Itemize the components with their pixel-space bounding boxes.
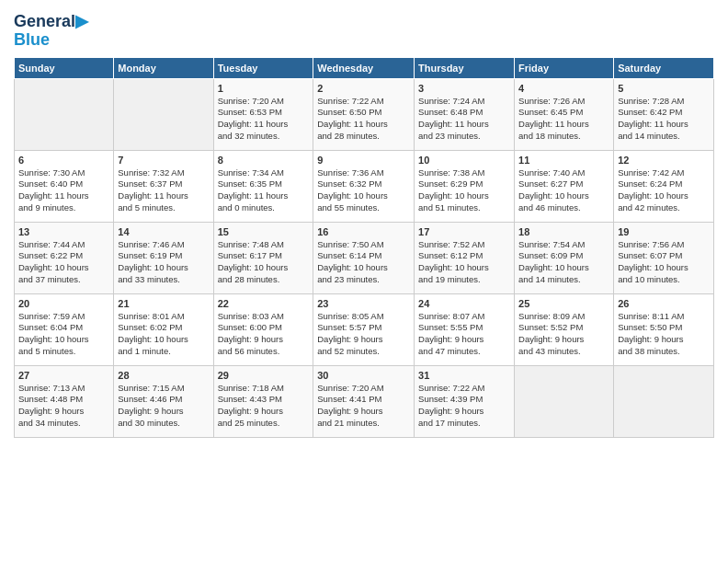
day-number: 16 <box>317 226 410 237</box>
day-number: 17 <box>418 226 510 237</box>
logo: General▶ Blue <box>14 13 88 50</box>
day-number: 19 <box>618 226 710 237</box>
day-number: 12 <box>618 155 710 166</box>
day-number: 18 <box>518 226 609 237</box>
day-number: 11 <box>518 155 609 166</box>
calendar-cell: 13Sunrise: 7:44 AM Sunset: 6:22 PM Dayli… <box>15 222 114 293</box>
day-number: 9 <box>317 155 410 166</box>
calendar-body: 1Sunrise: 7:20 AM Sunset: 6:53 PM Daylig… <box>15 78 714 437</box>
calendar-table: SundayMondayTuesdayWednesdayThursdayFrid… <box>14 57 714 438</box>
weekday-header: Tuesday <box>213 57 313 78</box>
weekday-header: Monday <box>114 57 213 78</box>
calendar-cell: 25Sunrise: 8:09 AM Sunset: 5:52 PM Dayli… <box>515 293 614 365</box>
weekday-header: Wednesday <box>313 57 415 78</box>
day-info: Sunrise: 8:09 AM Sunset: 5:52 PM Dayligh… <box>518 311 609 358</box>
calendar-cell: 21Sunrise: 8:01 AM Sunset: 6:02 PM Dayli… <box>114 293 213 365</box>
calendar-week-row: 1Sunrise: 7:20 AM Sunset: 6:53 PM Daylig… <box>15 78 714 150</box>
calendar-week-row: 27Sunrise: 7:13 AM Sunset: 4:48 PM Dayli… <box>15 365 714 437</box>
weekday-header: Friday <box>515 57 614 78</box>
day-info: Sunrise: 7:40 AM Sunset: 6:27 PM Dayligh… <box>518 167 609 214</box>
calendar-cell: 3Sunrise: 7:24 AM Sunset: 6:48 PM Daylig… <box>415 78 515 150</box>
day-info: Sunrise: 7:15 AM Sunset: 4:46 PM Dayligh… <box>118 383 209 430</box>
calendar-cell: 11Sunrise: 7:40 AM Sunset: 6:27 PM Dayli… <box>515 150 614 222</box>
day-info: Sunrise: 8:07 AM Sunset: 5:55 PM Dayligh… <box>418 311 510 358</box>
day-number: 10 <box>418 155 510 166</box>
calendar-cell: 19Sunrise: 7:56 AM Sunset: 6:07 PM Dayli… <box>614 222 714 293</box>
day-number: 20 <box>18 298 109 309</box>
day-number: 26 <box>618 298 710 309</box>
calendar-cell: 1Sunrise: 7:20 AM Sunset: 6:53 PM Daylig… <box>213 78 313 150</box>
calendar-cell: 23Sunrise: 8:05 AM Sunset: 5:57 PM Dayli… <box>313 293 415 365</box>
weekday-header: Thursday <box>415 57 515 78</box>
day-number: 2 <box>317 83 410 94</box>
calendar-cell: 20Sunrise: 7:59 AM Sunset: 6:04 PM Dayli… <box>15 293 114 365</box>
day-number: 1 <box>218 83 310 94</box>
calendar-cell: 16Sunrise: 7:50 AM Sunset: 6:14 PM Dayli… <box>313 222 415 293</box>
day-info: Sunrise: 7:38 AM Sunset: 6:29 PM Dayligh… <box>418 167 510 214</box>
day-number: 8 <box>218 155 310 166</box>
day-info: Sunrise: 7:22 AM Sunset: 6:50 PM Dayligh… <box>317 96 410 143</box>
day-info: Sunrise: 7:36 AM Sunset: 6:32 PM Dayligh… <box>317 167 410 214</box>
day-info: Sunrise: 7:24 AM Sunset: 6:48 PM Dayligh… <box>418 96 510 143</box>
calendar-cell: 12Sunrise: 7:42 AM Sunset: 6:24 PM Dayli… <box>614 150 714 222</box>
day-number: 29 <box>218 370 310 381</box>
calendar-cell: 30Sunrise: 7:20 AM Sunset: 4:41 PM Dayli… <box>313 365 415 437</box>
day-info: Sunrise: 7:20 AM Sunset: 4:41 PM Dayligh… <box>317 383 410 430</box>
calendar-cell: 2Sunrise: 7:22 AM Sunset: 6:50 PM Daylig… <box>313 78 415 150</box>
day-info: Sunrise: 8:03 AM Sunset: 6:00 PM Dayligh… <box>218 311 310 358</box>
calendar-cell: 9Sunrise: 7:36 AM Sunset: 6:32 PM Daylig… <box>313 150 415 222</box>
calendar-cell <box>15 78 114 150</box>
calendar-cell <box>114 78 213 150</box>
day-info: Sunrise: 8:01 AM Sunset: 6:02 PM Dayligh… <box>118 311 209 358</box>
calendar-cell: 14Sunrise: 7:46 AM Sunset: 6:19 PM Dayli… <box>114 222 213 293</box>
calendar-cell: 7Sunrise: 7:32 AM Sunset: 6:37 PM Daylig… <box>114 150 213 222</box>
calendar-cell <box>515 365 614 437</box>
day-info: Sunrise: 7:59 AM Sunset: 6:04 PM Dayligh… <box>18 311 109 358</box>
calendar-cell: 29Sunrise: 7:18 AM Sunset: 4:43 PM Dayli… <box>213 365 313 437</box>
calendar-cell: 31Sunrise: 7:22 AM Sunset: 4:39 PM Dayli… <box>415 365 515 437</box>
calendar-week-row: 6Sunrise: 7:30 AM Sunset: 6:40 PM Daylig… <box>15 150 714 222</box>
calendar-cell <box>614 365 714 437</box>
day-info: Sunrise: 7:46 AM Sunset: 6:19 PM Dayligh… <box>118 239 209 286</box>
logo-text: General▶ <box>14 13 88 31</box>
calendar-cell: 8Sunrise: 7:34 AM Sunset: 6:35 PM Daylig… <box>213 150 313 222</box>
calendar-cell: 10Sunrise: 7:38 AM Sunset: 6:29 PM Dayli… <box>415 150 515 222</box>
calendar-week-row: 13Sunrise: 7:44 AM Sunset: 6:22 PM Dayli… <box>15 222 714 293</box>
day-info: Sunrise: 8:05 AM Sunset: 5:57 PM Dayligh… <box>317 311 410 358</box>
day-number: 4 <box>518 83 609 94</box>
day-info: Sunrise: 7:34 AM Sunset: 6:35 PM Dayligh… <box>218 167 310 214</box>
day-info: Sunrise: 7:22 AM Sunset: 4:39 PM Dayligh… <box>418 383 510 430</box>
calendar-header-row: SundayMondayTuesdayWednesdayThursdayFrid… <box>15 57 714 78</box>
day-number: 5 <box>618 83 710 94</box>
day-info: Sunrise: 7:28 AM Sunset: 6:42 PM Dayligh… <box>618 96 710 143</box>
day-number: 21 <box>118 298 209 309</box>
day-info: Sunrise: 7:44 AM Sunset: 6:22 PM Dayligh… <box>18 239 109 286</box>
day-info: Sunrise: 7:18 AM Sunset: 4:43 PM Dayligh… <box>218 383 310 430</box>
day-number: 31 <box>418 370 510 381</box>
day-number: 3 <box>418 83 510 94</box>
calendar-week-row: 20Sunrise: 7:59 AM Sunset: 6:04 PM Dayli… <box>15 293 714 365</box>
day-number: 23 <box>317 298 410 309</box>
calendar-cell: 28Sunrise: 7:15 AM Sunset: 4:46 PM Dayli… <box>114 365 213 437</box>
day-number: 28 <box>118 370 209 381</box>
calendar-cell: 15Sunrise: 7:48 AM Sunset: 6:17 PM Dayli… <box>213 222 313 293</box>
day-info: Sunrise: 7:48 AM Sunset: 6:17 PM Dayligh… <box>218 239 310 286</box>
day-info: Sunrise: 7:32 AM Sunset: 6:37 PM Dayligh… <box>118 167 209 214</box>
day-number: 25 <box>518 298 609 309</box>
day-number: 14 <box>118 226 209 237</box>
calendar-cell: 6Sunrise: 7:30 AM Sunset: 6:40 PM Daylig… <box>15 150 114 222</box>
calendar-cell: 17Sunrise: 7:52 AM Sunset: 6:12 PM Dayli… <box>415 222 515 293</box>
day-info: Sunrise: 8:11 AM Sunset: 5:50 PM Dayligh… <box>618 311 710 358</box>
calendar-cell: 24Sunrise: 8:07 AM Sunset: 5:55 PM Dayli… <box>415 293 515 365</box>
calendar-cell: 22Sunrise: 8:03 AM Sunset: 6:00 PM Dayli… <box>213 293 313 365</box>
day-info: Sunrise: 7:26 AM Sunset: 6:45 PM Dayligh… <box>518 96 609 143</box>
day-number: 22 <box>218 298 310 309</box>
weekday-header: Saturday <box>614 57 714 78</box>
logo-blue: Blue <box>14 31 88 50</box>
day-number: 6 <box>18 155 109 166</box>
day-info: Sunrise: 7:13 AM Sunset: 4:48 PM Dayligh… <box>18 383 109 430</box>
calendar-cell: 26Sunrise: 8:11 AM Sunset: 5:50 PM Dayli… <box>614 293 714 365</box>
day-info: Sunrise: 7:20 AM Sunset: 6:53 PM Dayligh… <box>218 96 310 143</box>
day-info: Sunrise: 7:52 AM Sunset: 6:12 PM Dayligh… <box>418 239 510 286</box>
day-number: 13 <box>18 226 109 237</box>
